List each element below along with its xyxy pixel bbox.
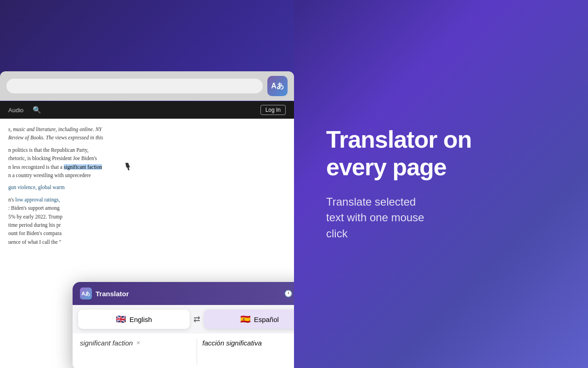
article-link-2[interactable]: low approval ratings, (15, 197, 60, 202)
article-area: Audio 🔍 Log In s, music and literature, … (0, 101, 294, 368)
target-flag: 🇪🇸 (240, 314, 250, 324)
translator-lang-row: 🇬🇧 English ⇄ 🇪🇸 Español (73, 305, 294, 334)
swap-languages-icon[interactable]: ⇄ (193, 314, 200, 324)
login-button[interactable]: Log In (260, 105, 286, 115)
translator-mini-icon: Aあ (80, 288, 92, 299)
translator-content: significant faction × facción significat… (73, 334, 294, 368)
source-flag: 🇬🇧 (116, 314, 126, 324)
translation-source: significant faction × (80, 339, 191, 365)
translator-popup: Aあ Translator 🕐 History 🇬🇧 English ⇄ 🇪🇸 (73, 282, 294, 368)
right-panel: Translator onevery page Translate select… (294, 0, 588, 368)
translator-title-area: Aあ Translator (80, 288, 129, 299)
article-paragraph-3: gun violence, global warm (8, 183, 286, 191)
target-language-button[interactable]: 🇪🇸 Español (204, 310, 294, 329)
source-language-button[interactable]: 🇬🇧 English (78, 310, 190, 329)
source-text: significant faction (80, 339, 133, 347)
translation-result: facción significativa ⧉ (203, 339, 294, 365)
article-paragraph-1: s, music and literature, including onlin… (8, 125, 286, 142)
article-text: s, music and literature, including onlin… (8, 125, 286, 246)
article-link-1[interactable]: gun violence, global warm (8, 184, 65, 190)
clear-button[interactable]: × (136, 339, 140, 346)
translator-title: Translator (96, 290, 129, 298)
translation-divider (197, 339, 197, 365)
article-paragraph-4: n's low approval ratings, : Biden's supp… (8, 196, 286, 246)
history-icon: 🕐 (284, 290, 292, 297)
page-headline: Translator onevery page (326, 126, 560, 181)
highlighted-text: significant faction (64, 164, 102, 170)
history-button[interactable]: 🕐 History (284, 290, 294, 297)
article-paragraph-2: n politics is that the Republican Party,… (8, 146, 286, 180)
target-lang-label: Español (254, 316, 279, 323)
left-panel: Aあ Audio 🔍 Log In s, music and literatur… (0, 0, 294, 368)
browser-chrome: Aあ (0, 71, 294, 101)
address-bar[interactable] (6, 79, 263, 93)
translated-text: facción significativa (203, 339, 262, 347)
subheadline-text: Translate selectedtext with one mousecli… (326, 196, 424, 240)
app-icon: Aあ (267, 76, 288, 96)
audio-nav-item[interactable]: Audio (8, 107, 23, 114)
headline-text: Translator onevery page (326, 126, 471, 180)
search-icon[interactable]: 🔍 (33, 106, 41, 114)
translator-header: Aあ Translator 🕐 History (73, 282, 294, 305)
source-lang-label: English (130, 316, 152, 323)
page-subheadline: Translate selectedtext with one mousecli… (326, 194, 537, 242)
article-nav: Audio 🔍 Log In (0, 101, 294, 119)
